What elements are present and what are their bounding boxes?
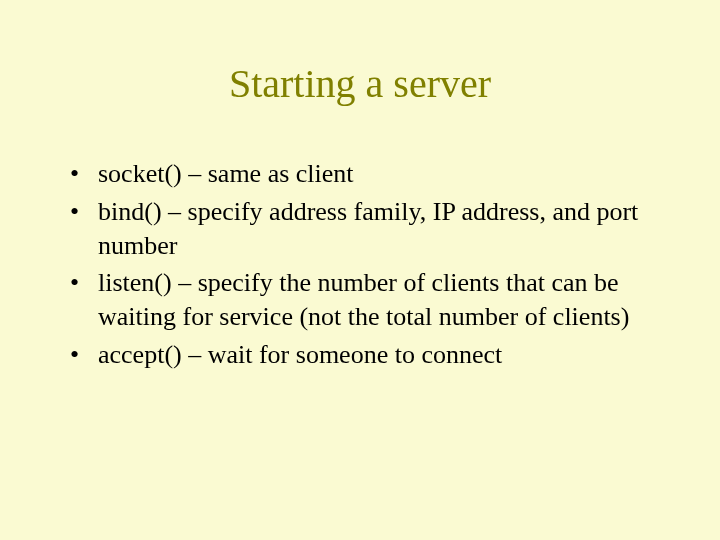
- slide-title: Starting a server: [55, 60, 665, 107]
- bullet-item: socket() – same as client: [70, 157, 665, 191]
- bullet-item: accept() – wait for someone to connect: [70, 338, 665, 372]
- slide-container: Starting a server socket() – same as cli…: [0, 0, 720, 540]
- bullet-item: bind() – specify address family, IP addr…: [70, 195, 665, 263]
- bullet-item: listen() – specify the number of clients…: [70, 266, 665, 334]
- bullet-list: socket() – same as client bind() – speci…: [55, 157, 665, 372]
